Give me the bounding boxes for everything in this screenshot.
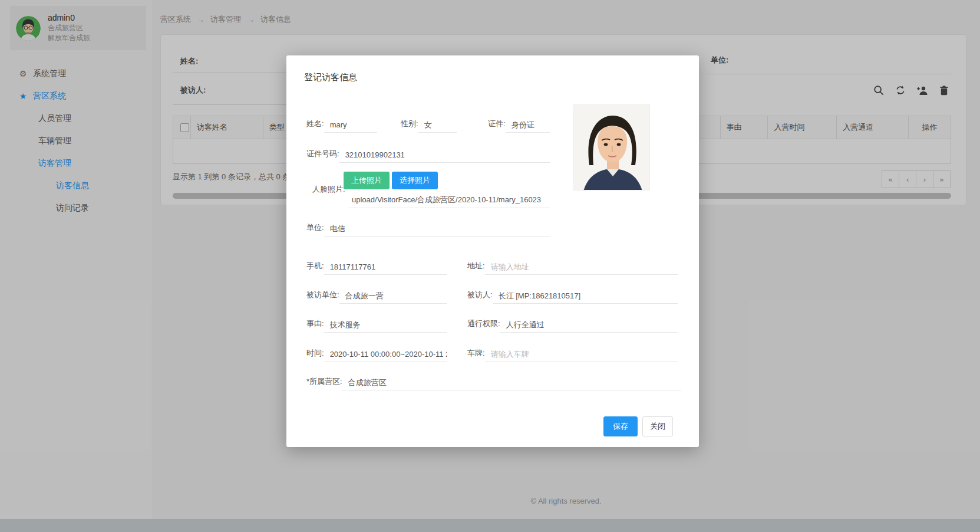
gender-field: 性别:	[401, 118, 457, 133]
face-photo-underline	[349, 208, 550, 208]
choose-photo-button[interactable]: 选择照片	[392, 172, 438, 189]
name-input[interactable]	[324, 120, 377, 133]
plate-field: 车牌:	[467, 347, 678, 362]
time-field: 时间:	[306, 347, 447, 362]
phone-label: 手机:	[306, 261, 324, 275]
time-label: 时间:	[306, 348, 324, 362]
modal-title: 登记访客信息	[304, 72, 357, 83]
plate-label: 车牌:	[467, 348, 485, 362]
face-photo-label: 人脸照片:	[312, 184, 345, 195]
phone-field: 手机:	[306, 260, 447, 275]
gender-select[interactable]	[418, 120, 457, 133]
upload-photo-button[interactable]: 上传照片	[344, 172, 390, 189]
permission-field: 通行权限:	[467, 318, 678, 333]
cert-type-field: 证件:	[488, 118, 550, 133]
visited-unit-input[interactable]	[339, 291, 447, 304]
visited-person-field: 被访人:	[467, 289, 678, 304]
unit-label: 单位:	[306, 222, 324, 237]
permission-label: 通行权限:	[467, 318, 500, 333]
face-photo-path: upload/VisitorFace/合成旅营区/2020-10-11/mary…	[352, 195, 550, 205]
camp-field: *所属营区:	[306, 376, 681, 390]
address-label: 地址:	[467, 261, 485, 275]
reason-input[interactable]	[324, 320, 447, 333]
gender-label: 性别:	[401, 119, 418, 133]
cert-no-input[interactable]	[339, 150, 550, 163]
reason-field: 事由:	[306, 318, 447, 333]
face-photo-buttons: 上传照片 选择照片	[344, 172, 438, 189]
camp-label: *所属营区:	[306, 376, 342, 390]
visitor-photo-illustration	[574, 105, 650, 191]
address-field: 地址:	[467, 260, 678, 275]
cert-type-select[interactable]	[506, 120, 550, 133]
visited-person-input[interactable]	[493, 291, 678, 304]
reason-label: 事由:	[306, 318, 324, 333]
plate-input[interactable]	[485, 350, 678, 362]
unit-field: 单位:	[306, 222, 550, 237]
cert-type-label: 证件:	[488, 119, 506, 133]
address-input[interactable]	[485, 262, 678, 275]
phone-input[interactable]	[324, 262, 447, 275]
cert-no-field: 证件号码:	[306, 148, 550, 163]
time-range-input[interactable]	[324, 350, 447, 362]
cert-no-label: 证件号码:	[306, 149, 339, 163]
visited-unit-field: 被访单位:	[306, 289, 447, 304]
visitor-register-modal: 登记访客信息 姓名: 性别: 证件: 证件号码: 人脸照片: 上传照片 选择照片…	[286, 55, 699, 447]
visited-unit-label: 被访单位:	[306, 290, 339, 304]
save-button[interactable]: 保存	[603, 416, 638, 436]
close-button[interactable]: 关闭	[642, 416, 673, 436]
name-label: 姓名:	[306, 119, 324, 133]
name-field: 姓名:	[306, 118, 377, 133]
visited-person-label: 被访人:	[467, 290, 493, 304]
unit-input[interactable]	[324, 224, 550, 237]
camp-select[interactable]	[342, 378, 681, 390]
visitor-photo	[573, 104, 650, 191]
permission-select[interactable]	[500, 320, 678, 333]
modal-actions: 保存 关闭	[603, 416, 673, 436]
